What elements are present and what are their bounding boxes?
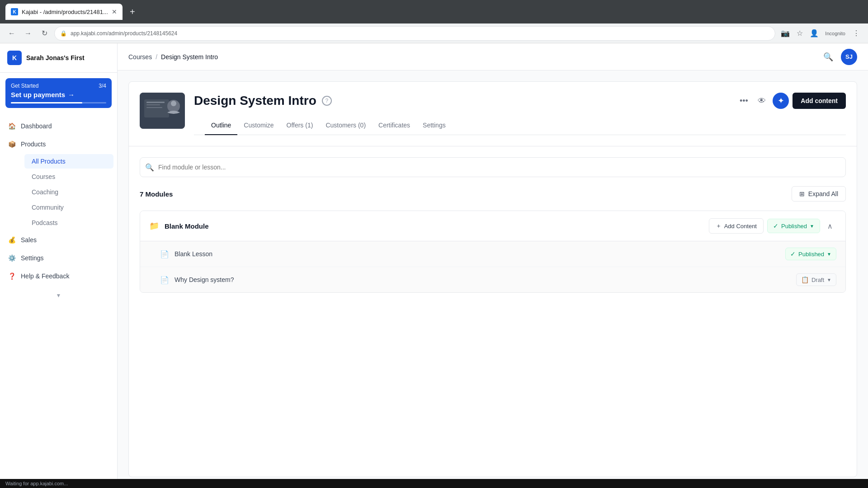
kajabi-logo: K [7,51,22,65]
modules-count: 7 Modules [140,190,173,198]
main-panel: Design System Intro ? ••• 👁 ✦ Add conten… [128,81,857,477]
module-collapse-button[interactable]: ∧ [824,220,836,232]
more-options-button[interactable]: ••• [736,94,751,108]
back-button[interactable]: ← [5,27,18,40]
get-started-top: Get Started 3/4 [11,83,106,89]
expand-all-icon: ⊞ [799,190,805,197]
sidebar-item-all-products[interactable]: All Products [24,154,113,169]
add-content-button[interactable]: Add content [793,93,846,109]
lessons-list: 📄 Blank Lesson ✓ Published ▼ [140,241,845,292]
settings-label: Settings [21,254,44,262]
get-started-progress: 3/4 [99,83,106,89]
help-label: Help & Feedback [21,272,69,280]
sidebar-item-help[interactable]: ❓ Help & Feedback [0,267,117,285]
progress-fill [11,102,82,103]
modules-header: 7 Modules ⊞ Expand All [140,186,846,202]
browser-tab[interactable]: K Kajabi - /admin/products/21481... ✕ [5,4,123,20]
help-icon: ❓ [7,272,16,281]
draft-icon: 📋 [801,276,809,283]
module-name: Blank Module [165,222,703,230]
sidebar-item-podcasts[interactable]: Podcasts [24,216,113,230]
reload-button[interactable]: ↻ [38,27,51,40]
lesson-status-label: Published [798,251,824,258]
tab-close-button[interactable]: ✕ [112,8,117,15]
tab-offers[interactable]: Offers (1) [280,116,320,135]
new-tab-button[interactable]: + [126,5,139,18]
browser-toolbar: ← → ↻ 🔒 app.kajabi.com/admin/products/21… [0,23,868,43]
course-title-row: Design System Intro ? ••• 👁 ✦ Add conten… [194,93,846,109]
module-search-input[interactable] [140,157,846,177]
module-header: 📁 Blank Module ＋ Add Content ✓ [140,211,845,241]
products-subnav: All Products Courses Coaching Community … [0,154,117,230]
module-published-button[interactable]: ✓ Published ▼ [767,219,820,233]
chevron-down-icon: ▼ [810,224,814,229]
module-actions: ＋ Add Content ✓ Published ▼ ∧ [709,218,836,234]
sidebar-item-sales[interactable]: 💰 Sales [0,231,117,249]
dashboard-label: Dashboard [21,122,52,130]
content: Design System Intro ? ••• 👁 ✦ Add conten… [118,70,868,488]
lesson-status-button[interactable]: ✓ Published ▼ [785,248,836,260]
products-label: Products [21,141,46,148]
camera-off-button[interactable]: 📷 [779,27,792,40]
status-text: Waiting for app.kajabi.com... [5,481,68,486]
products-icon: 📦 [7,140,16,149]
tab-customize[interactable]: Customize [237,116,280,135]
app-body: K Sarah Jonas's First Get Started 3/4 Se… [0,43,868,488]
course-header: Design System Intro ? ••• 👁 ✦ Add conten… [129,82,857,146]
tab-certificates[interactable]: Certificates [372,116,416,135]
sidebar-header: K Sarah Jonas's First [0,43,117,73]
svg-point-3 [171,101,176,106]
address-bar[interactable]: 🔒 app.kajabi.com/admin/products/21481456… [54,26,775,41]
quick-add-button[interactable]: ✦ [773,93,789,109]
sidebar-item-products[interactable]: 📦 Products [0,135,117,153]
user-avatar[interactable]: SJ [841,49,857,65]
expand-all-label: Expand All [808,190,838,197]
svg-rect-5 [146,104,160,105]
sidebar-item-courses[interactable]: Courses [24,169,113,184]
lesson-chevron-icon: ▼ [827,252,831,257]
menu-button[interactable]: ⋮ [850,27,863,40]
lesson-name: Why Design system? [175,276,791,283]
svg-rect-6 [146,107,162,108]
get-started-banner[interactable]: Get Started 3/4 Set up payments → [5,78,112,108]
forward-button[interactable]: → [22,27,34,40]
get-started-label: Get Started [11,83,38,89]
main: Courses / Design System Intro 🔍 SJ [118,43,868,488]
preview-button[interactable]: 👁 [755,94,769,108]
breadcrumb-courses-link[interactable]: Courses [128,53,152,61]
draft-chevron-icon: ▼ [827,277,831,282]
profile-button[interactable]: 👤 [808,27,821,40]
incognito-label: Incognito [822,27,848,40]
sales-icon: 💰 [7,235,16,244]
thumbnail-image [140,93,185,129]
sidebar-item-settings[interactable]: ⚙️ Settings [0,249,117,267]
add-content-label: Add Content [724,223,757,230]
tab-title: Kajabi - /admin/products/21481... [22,9,108,15]
tab-customers[interactable]: Customers (0) [319,116,372,135]
lesson-doc-icon: 📄 [160,276,169,284]
folder-icon: 📁 [149,221,159,231]
svg-rect-4 [146,102,165,103]
lesson-draft-button[interactable]: 📋 Draft ▼ [796,273,836,286]
search-button[interactable]: 🔍 [821,50,835,64]
bookmark-button[interactable]: ☆ [793,27,806,40]
lesson-draft-label: Draft [811,277,824,283]
status-bar: Waiting for app.kajabi.com... [0,479,868,488]
nav-section: 🏠 Dashboard 📦 Products All Products Cour… [0,113,117,289]
lesson-name: Blank Lesson [175,250,780,258]
settings-icon: ⚙️ [7,253,16,263]
breadcrumb-separator: / [156,53,157,61]
tab-favicon: K [11,8,18,15]
course-info: Design System Intro ? ••• 👁 ✦ Add conten… [194,93,846,135]
sidebar-item-coaching[interactable]: Coaching [24,185,113,199]
tab-outline[interactable]: Outline [205,116,237,135]
expand-all-button[interactable]: ⊞ Expand All [792,186,846,202]
help-circle-icon[interactable]: ? [322,96,332,106]
tab-settings[interactable]: Settings [416,116,452,135]
module-add-content-button[interactable]: ＋ Add Content [709,218,764,234]
lock-icon: 🔒 [60,30,67,37]
url-text: app.kajabi.com/admin/products/2148145624 [71,30,177,37]
sidebar-item-dashboard[interactable]: 🏠 Dashboard [0,117,117,135]
sidebar-item-community[interactable]: Community [24,200,113,215]
course-tabs: Outline Customize Offers (1) Customers (… [194,116,846,135]
